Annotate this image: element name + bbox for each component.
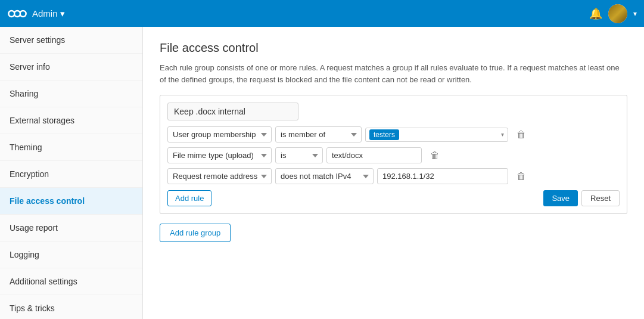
sidebar-item-encryption[interactable]: Encryption [0,161,142,188]
topnav-left: Admin ▾ [7,6,65,21]
page-title: File access control [160,41,627,55]
sidebar-item-server-settings[interactable]: Server settings [0,27,142,54]
rule-row-2: File mime type (upload) is 🗑 [167,147,620,163]
notifications-bell-icon[interactable]: 🔔 [589,7,602,20]
page-description: Each rule group consists of one or more … [160,62,627,85]
sidebar-item-server-info[interactable]: Server info [0,54,142,80]
nextcloud-logo [7,6,27,21]
sidebar-item-tips-tricks[interactable]: Tips & tricks [0,295,142,319]
sidebar-item-usage-report[interactable]: Usage report [0,215,142,241]
rule-2-operator-select[interactable]: is [275,147,323,163]
admin-caret-icon: ▾ [60,8,65,19]
delete-rule-3-button[interactable]: 🗑 [514,169,528,184]
sidebar-item-external-storages[interactable]: External storages [0,107,142,134]
rule-2-field-select[interactable]: File mime type (upload) [167,147,272,163]
main-content: File access control Each rule group cons… [143,27,644,319]
logo-icon [7,6,27,21]
sidebar-item-theming[interactable]: Theming [0,134,142,161]
avatar-image [608,4,627,23]
sidebar-item-additional-settings[interactable]: Additional settings [0,268,142,295]
save-reset-buttons: Save Reset [543,190,620,206]
save-button[interactable]: Save [543,190,578,206]
svg-point-5 [21,11,25,16]
rule-1-operator-select[interactable]: is member of [275,126,362,143]
rule-row-1: User group membership is member of teste… [167,126,620,143]
rule-group: User group membership is member of teste… [160,95,627,214]
rule-1-field-select[interactable]: User group membership [167,126,272,143]
rule-1-value-container[interactable]: testers ▾ [365,128,508,142]
layout: Server settings Server info Sharing Exte… [0,27,644,319]
user-avatar[interactable] [608,4,627,23]
delete-rule-2-button[interactable]: 🗑 [428,148,442,163]
svg-point-4 [15,11,19,16]
rule-3-operator-select[interactable]: does not match IPv4 [275,168,374,184]
rule-2-value-input[interactable] [326,147,422,163]
topnav: Admin ▾ 🔔 ▾ [0,0,644,27]
sidebar-item-sharing[interactable]: Sharing [0,80,142,107]
group-tag-testers: testers [369,129,399,140]
delete-rule-1-button[interactable]: 🗑 [514,127,528,143]
sidebar-item-logging[interactable]: Logging [0,241,142,268]
sidebar: Server settings Server info Sharing Exte… [0,27,143,319]
admin-menu-button[interactable]: Admin ▾ [32,8,65,19]
add-rule-button[interactable]: Add rule [167,190,211,206]
rule-group-name-row [167,103,620,120]
user-menu-caret[interactable]: ▾ [633,10,637,18]
add-rule-group-button[interactable]: Add rule group [160,224,231,242]
rule-3-value-input[interactable] [377,168,508,184]
sidebar-item-file-access-control[interactable]: File access control [0,188,142,215]
rule-actions: Add rule Save Reset [167,190,620,206]
admin-label-text: Admin [32,8,58,18]
group-select-caret: ▾ [496,131,504,138]
rule-group-name-input[interactable] [167,103,298,120]
rule-row-3: Request remote address does not match IP… [167,168,620,184]
svg-point-3 [10,11,14,16]
topnav-right: 🔔 ▾ [589,4,637,23]
reset-button[interactable]: Reset [581,190,620,206]
rule-3-field-select[interactable]: Request remote address [167,168,272,184]
